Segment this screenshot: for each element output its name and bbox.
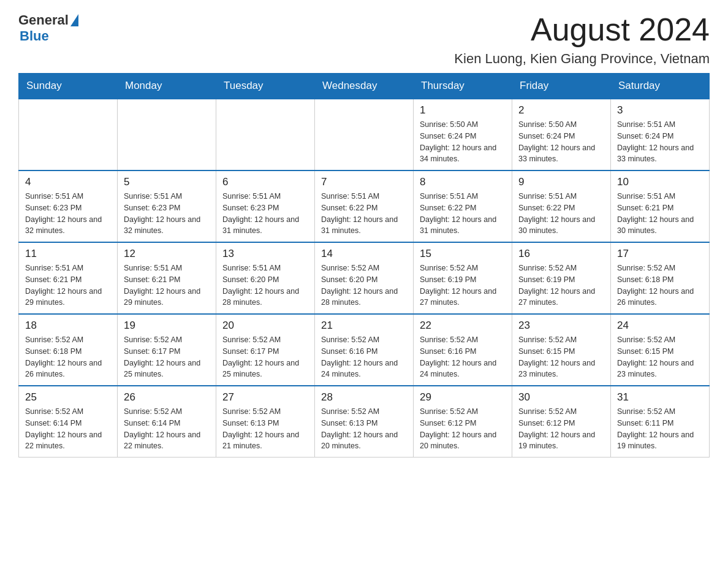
day-number: 22 xyxy=(420,320,506,332)
day-info: Sunrise: 5:51 AMSunset: 6:24 PMDaylight:… xyxy=(617,119,703,165)
header-friday: Friday xyxy=(512,74,611,99)
day-info: Sunrise: 5:52 AMSunset: 6:17 PMDaylight:… xyxy=(222,334,308,380)
day-info: Sunrise: 5:52 AMSunset: 6:18 PMDaylight:… xyxy=(617,262,703,308)
day-number: 25 xyxy=(25,391,111,404)
location-title: Kien Luong, Kien Giang Province, Vietnam xyxy=(454,51,710,67)
calendar-cell: 19Sunrise: 5:52 AMSunset: 6:17 PMDayligh… xyxy=(118,314,216,386)
day-info: Sunrise: 5:51 AMSunset: 6:23 PMDaylight:… xyxy=(124,191,210,237)
calendar-cell: 6Sunrise: 5:51 AMSunset: 6:23 PMDaylight… xyxy=(216,170,315,242)
day-number: 27 xyxy=(222,391,308,404)
header-wednesday: Wednesday xyxy=(315,74,414,99)
day-number: 13 xyxy=(222,248,308,260)
header-sunday: Sunday xyxy=(19,74,118,99)
day-number: 14 xyxy=(321,248,407,260)
calendar-cell: 25Sunrise: 5:52 AMSunset: 6:14 PMDayligh… xyxy=(19,386,118,458)
calendar-cell: 2Sunrise: 5:50 AMSunset: 6:24 PMDaylight… xyxy=(512,99,611,170)
calendar-cell: 27Sunrise: 5:52 AMSunset: 6:13 PMDayligh… xyxy=(216,386,315,458)
header-tuesday: Tuesday xyxy=(216,74,315,99)
calendar-cell: 4Sunrise: 5:51 AMSunset: 6:23 PMDaylight… xyxy=(19,170,118,242)
day-number: 12 xyxy=(124,248,210,260)
day-info: Sunrise: 5:51 AMSunset: 6:22 PMDaylight:… xyxy=(518,191,604,237)
day-number: 28 xyxy=(321,391,407,404)
day-info: Sunrise: 5:51 AMSunset: 6:21 PMDaylight:… xyxy=(25,262,111,308)
day-info: Sunrise: 5:51 AMSunset: 6:22 PMDaylight:… xyxy=(321,191,407,237)
calendar-cell: 16Sunrise: 5:52 AMSunset: 6:19 PMDayligh… xyxy=(512,242,611,314)
calendar-cell: 28Sunrise: 5:52 AMSunset: 6:13 PMDayligh… xyxy=(315,386,414,458)
calendar-cell: 26Sunrise: 5:52 AMSunset: 6:14 PMDayligh… xyxy=(118,386,216,458)
header: General Blue August 2024 Kien Luong, Kie… xyxy=(18,12,710,67)
calendar-cell: 12Sunrise: 5:51 AMSunset: 6:21 PMDayligh… xyxy=(118,242,216,314)
day-number: 5 xyxy=(124,176,210,188)
day-info: Sunrise: 5:52 AMSunset: 6:16 PMDaylight:… xyxy=(420,334,506,380)
calendar-cell: 10Sunrise: 5:51 AMSunset: 6:21 PMDayligh… xyxy=(611,170,710,242)
day-info: Sunrise: 5:52 AMSunset: 6:14 PMDaylight:… xyxy=(25,406,111,452)
calendar-cell: 7Sunrise: 5:51 AMSunset: 6:22 PMDaylight… xyxy=(315,170,414,242)
day-info: Sunrise: 5:51 AMSunset: 6:21 PMDaylight:… xyxy=(124,262,210,308)
day-number: 1 xyxy=(420,104,506,117)
calendar-cell: 1Sunrise: 5:50 AMSunset: 6:24 PMDaylight… xyxy=(414,99,512,170)
calendar-cell: 24Sunrise: 5:52 AMSunset: 6:15 PMDayligh… xyxy=(611,314,710,386)
day-number: 16 xyxy=(518,248,604,260)
month-title: August 2024 xyxy=(454,12,710,47)
calendar-cell: 30Sunrise: 5:52 AMSunset: 6:12 PMDayligh… xyxy=(512,386,611,458)
day-info: Sunrise: 5:52 AMSunset: 6:13 PMDaylight:… xyxy=(222,406,308,452)
calendar-cell: 22Sunrise: 5:52 AMSunset: 6:16 PMDayligh… xyxy=(414,314,512,386)
calendar-cell: 11Sunrise: 5:51 AMSunset: 6:21 PMDayligh… xyxy=(19,242,118,314)
calendar-cell xyxy=(118,99,216,170)
logo-triangle-icon xyxy=(70,14,78,26)
day-info: Sunrise: 5:52 AMSunset: 6:19 PMDaylight:… xyxy=(518,262,604,308)
day-number: 20 xyxy=(222,320,308,332)
day-number: 26 xyxy=(124,391,210,404)
day-info: Sunrise: 5:52 AMSunset: 6:17 PMDaylight:… xyxy=(124,334,210,380)
day-info: Sunrise: 5:52 AMSunset: 6:15 PMDaylight:… xyxy=(518,334,604,380)
day-number: 21 xyxy=(321,320,407,332)
day-number: 4 xyxy=(25,176,111,188)
calendar-cell: 23Sunrise: 5:52 AMSunset: 6:15 PMDayligh… xyxy=(512,314,611,386)
day-number: 3 xyxy=(617,104,703,117)
day-info: Sunrise: 5:52 AMSunset: 6:20 PMDaylight:… xyxy=(321,262,407,308)
calendar-table: SundayMondayTuesdayWednesdayThursdayFrid… xyxy=(18,73,710,458)
calendar-header-row: SundayMondayTuesdayWednesdayThursdayFrid… xyxy=(19,74,710,99)
day-info: Sunrise: 5:50 AMSunset: 6:24 PMDaylight:… xyxy=(518,119,604,165)
day-info: Sunrise: 5:51 AMSunset: 6:20 PMDaylight:… xyxy=(222,262,308,308)
day-number: 10 xyxy=(617,176,703,188)
calendar-week-1: 1Sunrise: 5:50 AMSunset: 6:24 PMDaylight… xyxy=(19,99,710,170)
day-number: 11 xyxy=(25,248,111,260)
day-info: Sunrise: 5:52 AMSunset: 6:12 PMDaylight:… xyxy=(420,406,506,452)
calendar-week-2: 4Sunrise: 5:51 AMSunset: 6:23 PMDaylight… xyxy=(19,170,710,242)
logo: General Blue xyxy=(18,12,78,44)
day-number: 31 xyxy=(617,391,703,404)
day-info: Sunrise: 5:52 AMSunset: 6:11 PMDaylight:… xyxy=(617,406,703,452)
day-info: Sunrise: 5:52 AMSunset: 6:12 PMDaylight:… xyxy=(518,406,604,452)
logo-blue-text: Blue xyxy=(20,28,49,44)
day-info: Sunrise: 5:51 AMSunset: 6:23 PMDaylight:… xyxy=(25,191,111,237)
header-thursday: Thursday xyxy=(414,74,512,99)
calendar-cell: 14Sunrise: 5:52 AMSunset: 6:20 PMDayligh… xyxy=(315,242,414,314)
calendar-cell xyxy=(216,99,315,170)
day-number: 9 xyxy=(518,176,604,188)
day-info: Sunrise: 5:50 AMSunset: 6:24 PMDaylight:… xyxy=(420,119,506,165)
calendar-cell: 8Sunrise: 5:51 AMSunset: 6:22 PMDaylight… xyxy=(414,170,512,242)
day-info: Sunrise: 5:51 AMSunset: 6:22 PMDaylight:… xyxy=(420,191,506,237)
day-number: 8 xyxy=(420,176,506,188)
day-number: 23 xyxy=(518,320,604,332)
day-number: 18 xyxy=(25,320,111,332)
calendar-cell: 5Sunrise: 5:51 AMSunset: 6:23 PMDaylight… xyxy=(118,170,216,242)
header-saturday: Saturday xyxy=(611,74,710,99)
calendar-cell: 21Sunrise: 5:52 AMSunset: 6:16 PMDayligh… xyxy=(315,314,414,386)
day-number: 30 xyxy=(518,391,604,404)
calendar-cell: 3Sunrise: 5:51 AMSunset: 6:24 PMDaylight… xyxy=(611,99,710,170)
day-info: Sunrise: 5:52 AMSunset: 6:16 PMDaylight:… xyxy=(321,334,407,380)
calendar-week-4: 18Sunrise: 5:52 AMSunset: 6:18 PMDayligh… xyxy=(19,314,710,386)
day-number: 6 xyxy=(222,176,308,188)
day-number: 17 xyxy=(617,248,703,260)
calendar-cell: 15Sunrise: 5:52 AMSunset: 6:19 PMDayligh… xyxy=(414,242,512,314)
calendar-cell: 13Sunrise: 5:51 AMSunset: 6:20 PMDayligh… xyxy=(216,242,315,314)
day-info: Sunrise: 5:52 AMSunset: 6:14 PMDaylight:… xyxy=(124,406,210,452)
calendar-week-3: 11Sunrise: 5:51 AMSunset: 6:21 PMDayligh… xyxy=(19,242,710,314)
day-number: 15 xyxy=(420,248,506,260)
day-info: Sunrise: 5:52 AMSunset: 6:19 PMDaylight:… xyxy=(420,262,506,308)
day-number: 19 xyxy=(124,320,210,332)
title-area: August 2024 Kien Luong, Kien Giang Provi… xyxy=(454,12,710,67)
calendar-cell: 31Sunrise: 5:52 AMSunset: 6:11 PMDayligh… xyxy=(611,386,710,458)
